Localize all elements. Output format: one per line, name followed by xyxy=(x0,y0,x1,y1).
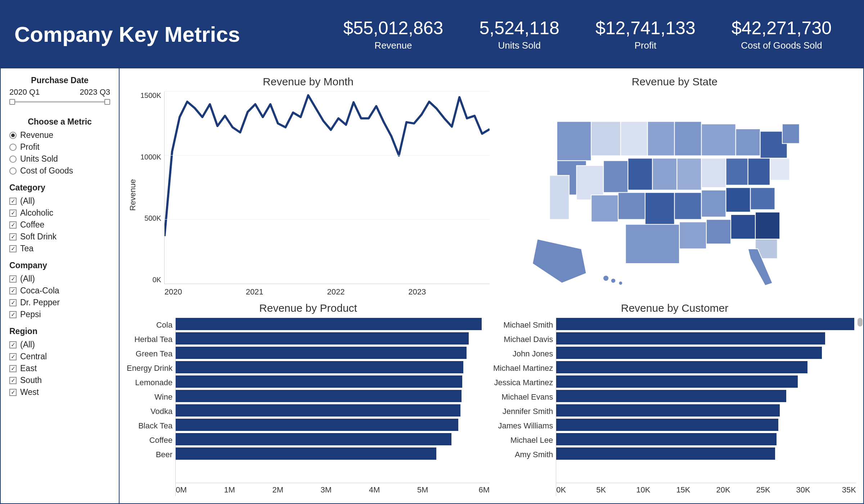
checkbox-icon[interactable]: ✓ xyxy=(9,299,17,306)
bar[interactable] xyxy=(176,419,458,431)
filter-option[interactable]: ✓(All) xyxy=(9,274,110,284)
bar[interactable] xyxy=(556,318,854,330)
bar[interactable] xyxy=(556,447,775,460)
checkbox-icon[interactable]: ✓ xyxy=(9,341,17,348)
bar[interactable] xyxy=(176,447,436,460)
option-label: Revenue xyxy=(20,130,53,140)
bar[interactable] xyxy=(556,375,798,388)
header: Company Key Metrics $55,012,863 Revenue … xyxy=(0,0,864,68)
customer-bar-chart[interactable]: Michael SmithMichael DavisJohn JonesMich… xyxy=(493,318,856,496)
checkbox-icon[interactable]: ✓ xyxy=(9,287,17,294)
slider-handle-right[interactable] xyxy=(104,99,110,105)
checkbox-icon[interactable]: ✓ xyxy=(9,377,17,384)
checkbox-icon[interactable]: ✓ xyxy=(9,311,17,318)
region-title: Region xyxy=(9,327,110,336)
filter-option[interactable]: ✓Dr. Pepper xyxy=(9,298,110,307)
metric-option[interactable]: Revenue xyxy=(9,130,110,140)
checkbox-icon[interactable]: ✓ xyxy=(9,210,17,217)
product-bar-chart[interactable]: ColaHerbal TeaGreen TeaEnergy DrinkLemon… xyxy=(127,318,490,496)
radio-icon[interactable] xyxy=(9,167,17,175)
bar[interactable] xyxy=(176,433,451,445)
bar[interactable] xyxy=(556,419,778,431)
bar-label: Vodka xyxy=(150,404,172,419)
option-label: Alcoholic xyxy=(20,208,53,218)
y-axis-ticks: 1500K1000K500K0K xyxy=(139,91,164,298)
filter-option[interactable]: ✓East xyxy=(9,364,110,373)
plot-area[interactable]: 2020202120222023 xyxy=(164,91,490,284)
filter-option[interactable]: ✓Soft Drink xyxy=(9,232,110,242)
bar-labels: ColaHerbal TeaGreen TeaEnergy DrinkLemon… xyxy=(127,318,172,496)
metric-value: 5,524,118 xyxy=(479,18,559,39)
map-svg xyxy=(511,102,838,288)
filter-option[interactable]: ✓(All) xyxy=(9,196,110,206)
filter-option[interactable]: ✓(All) xyxy=(9,340,110,350)
sidebar: Purchase Date 2020 Q1 2023 Q3 Choose a M… xyxy=(1,68,120,503)
metric-value: $55,012,863 xyxy=(343,18,443,39)
option-label: Profit xyxy=(20,142,40,152)
line-chart[interactable]: Revenue 1500K1000K500K0K 202020212022202… xyxy=(127,91,490,298)
main: Purchase Date 2020 Q1 2023 Q3 Choose a M… xyxy=(0,68,864,504)
metric-option[interactable]: Profit xyxy=(9,142,110,152)
filter-option[interactable]: ✓Coca-Cola xyxy=(9,286,110,296)
x-axis-ticks: 0K5K10K15K20K25K30K35K xyxy=(556,483,856,495)
bar[interactable] xyxy=(556,347,822,359)
bar[interactable] xyxy=(176,332,469,345)
radio-icon[interactable] xyxy=(9,144,17,151)
metric-cogs: $42,271,730 Cost of Goods Sold xyxy=(714,18,850,51)
bar[interactable] xyxy=(176,361,463,373)
option-label: (All) xyxy=(20,196,35,206)
bar[interactable] xyxy=(176,404,460,417)
checkbox-icon[interactable]: ✓ xyxy=(9,245,17,252)
checkbox-icon[interactable]: ✓ xyxy=(9,233,17,240)
bar[interactable] xyxy=(176,318,482,330)
bar-label: Michael Smith xyxy=(503,318,553,332)
svg-point-35 xyxy=(603,275,609,281)
option-label: Soft Drink xyxy=(20,232,57,242)
filter-option[interactable]: ✓West xyxy=(9,387,110,397)
radio-icon[interactable] xyxy=(9,132,17,139)
panel-title: Revenue by State xyxy=(493,76,856,88)
date-range-slider[interactable] xyxy=(9,98,110,106)
svg-rect-27 xyxy=(626,224,680,264)
bar-label: Cola xyxy=(156,318,172,332)
checkbox-icon[interactable]: ✓ xyxy=(9,275,17,283)
svg-rect-15 xyxy=(677,158,702,190)
us-map[interactable] xyxy=(493,91,856,298)
panel-title: Revenue by Product xyxy=(127,302,490,314)
filter-option[interactable]: ✓Alcoholic xyxy=(9,208,110,218)
radio-icon[interactable] xyxy=(9,156,17,163)
checkbox-icon[interactable]: ✓ xyxy=(9,221,17,229)
metric-units-sold: 5,524,118 Units Sold xyxy=(461,18,577,51)
bar-area[interactable]: 0M1M2M3M4M5M6M xyxy=(175,318,490,496)
svg-rect-29 xyxy=(706,219,731,244)
metric-option[interactable]: Cost of Goods xyxy=(9,166,110,176)
panel-revenue-by-customer: Revenue by Customer Michael SmithMichael… xyxy=(493,302,856,496)
filter-option[interactable]: ✓Coffee xyxy=(9,220,110,230)
bar-area[interactable]: 0K5K10K15K20K25K30K35K xyxy=(556,318,856,496)
bar[interactable] xyxy=(176,390,461,402)
bar[interactable] xyxy=(176,375,462,388)
checkbox-icon[interactable]: ✓ xyxy=(9,365,17,372)
metric-option[interactable]: Units Sold xyxy=(9,154,110,164)
bar[interactable] xyxy=(556,332,825,345)
bar[interactable] xyxy=(176,347,467,359)
bar[interactable] xyxy=(556,361,807,373)
filter-option[interactable]: ✓Tea xyxy=(9,244,110,253)
checkbox-icon[interactable]: ✓ xyxy=(9,353,17,360)
bar[interactable] xyxy=(556,390,786,402)
checkbox-icon[interactable]: ✓ xyxy=(9,389,17,396)
scrollbar[interactable] xyxy=(858,318,863,327)
checkbox-icon[interactable]: ✓ xyxy=(9,198,17,205)
bar-label: Wine xyxy=(154,390,172,404)
bar[interactable] xyxy=(556,404,780,417)
svg-marker-34 xyxy=(532,239,586,283)
y-axis-label: Revenue xyxy=(127,91,139,298)
bar-label: James Williams xyxy=(498,419,553,433)
filter-option[interactable]: ✓Central xyxy=(9,352,110,361)
filter-option[interactable]: ✓Pepsi xyxy=(9,310,110,319)
filter-option[interactable]: ✓South xyxy=(9,375,110,385)
metric-label: Revenue xyxy=(343,40,443,51)
bar[interactable] xyxy=(556,433,777,445)
slider-handle-left[interactable] xyxy=(9,99,15,105)
svg-rect-12 xyxy=(604,161,628,192)
